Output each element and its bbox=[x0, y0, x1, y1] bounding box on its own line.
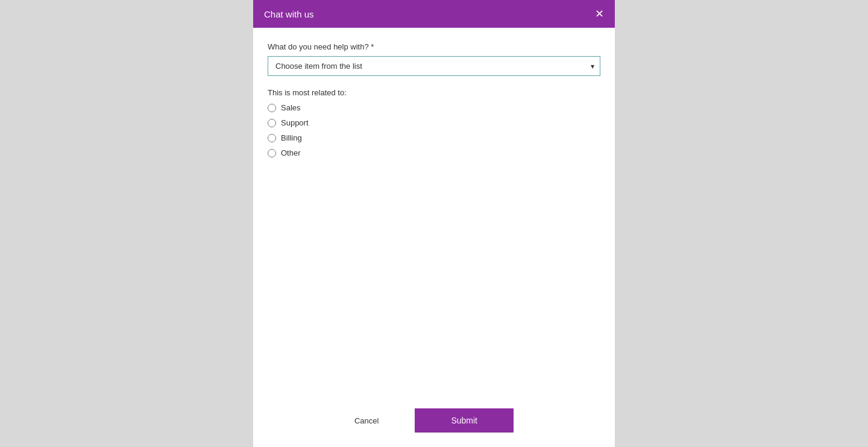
radio-group: Sales Support Billing Other bbox=[268, 103, 600, 157]
modal-body: What do you need help with? * Choose ite… bbox=[253, 28, 615, 408]
radio-other[interactable] bbox=[268, 149, 276, 157]
select-wrapper: Choose item from the list Technical Issu… bbox=[268, 56, 600, 76]
chat-modal: Chat with us ✕ What do you need help wit… bbox=[253, 0, 615, 447]
submit-button[interactable]: Submit bbox=[415, 408, 514, 433]
radio-item-other[interactable]: Other bbox=[268, 148, 600, 157]
modal-footer: Cancel Submit bbox=[253, 408, 615, 447]
radio-sales[interactable] bbox=[268, 104, 276, 112]
related-to-label: This is most related to: bbox=[268, 88, 600, 97]
radio-label-sales: Sales bbox=[281, 103, 301, 112]
cancel-button[interactable]: Cancel bbox=[354, 416, 379, 425]
radio-label-support: Support bbox=[281, 118, 309, 127]
radio-support[interactable] bbox=[268, 119, 276, 127]
modal-overlay: Chat with us ✕ What do you need help wit… bbox=[0, 0, 868, 447]
radio-label-billing: Billing bbox=[281, 133, 302, 142]
help-topic-select[interactable]: Choose item from the list Technical Issu… bbox=[268, 56, 600, 76]
radio-item-sales[interactable]: Sales bbox=[268, 103, 600, 112]
dropdown-label: What do you need help with? * bbox=[268, 42, 600, 51]
radio-label-other: Other bbox=[281, 148, 301, 157]
modal-title: Chat with us bbox=[264, 9, 314, 19]
radio-item-billing[interactable]: Billing bbox=[268, 133, 600, 142]
radio-billing[interactable] bbox=[268, 134, 276, 142]
modal-header: Chat with us ✕ bbox=[253, 0, 615, 28]
close-button[interactable]: ✕ bbox=[595, 8, 604, 19]
radio-item-support[interactable]: Support bbox=[268, 118, 600, 127]
